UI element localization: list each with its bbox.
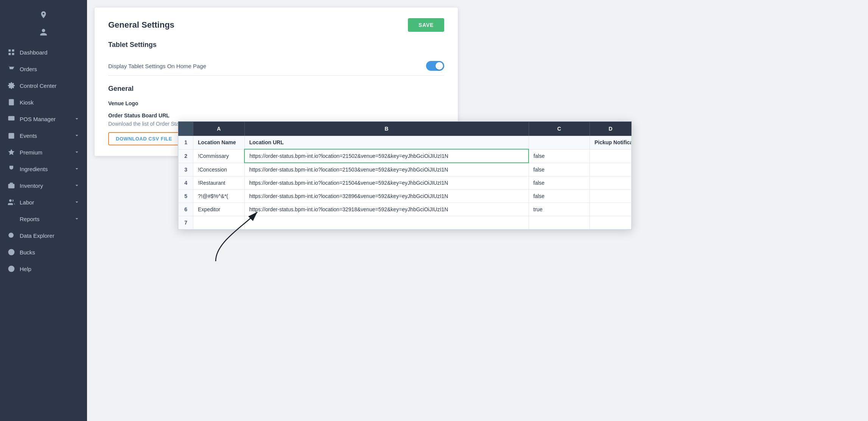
cell-7b[interactable] bbox=[244, 216, 529, 229]
save-button[interactable]: SAVE bbox=[408, 18, 444, 32]
svg-rect-5 bbox=[8, 116, 15, 121]
tablet-toggle[interactable] bbox=[426, 61, 444, 71]
cell-2c[interactable]: false bbox=[529, 149, 590, 163]
sidebar-label-data-explorer: Data Explorer bbox=[20, 232, 54, 239]
sidebar-logo bbox=[0, 6, 87, 23]
ingredients-icon bbox=[8, 165, 15, 173]
cell-3c[interactable]: false bbox=[529, 163, 590, 176]
sidebar-item-inventory[interactable]: Inventory bbox=[0, 177, 87, 194]
sidebar-user-avatar[interactable] bbox=[0, 23, 87, 41]
col-c-header[interactable]: C bbox=[529, 122, 590, 136]
cell-7c[interactable] bbox=[529, 216, 590, 229]
cell-3a[interactable]: !Concession bbox=[193, 163, 245, 176]
col-d-header[interactable]: D bbox=[590, 122, 632, 136]
svg-point-12 bbox=[9, 200, 12, 202]
settings-header: General Settings SAVE bbox=[108, 18, 444, 32]
sidebar-item-labor[interactable]: Labor bbox=[0, 194, 87, 210]
spreadsheet-overlay: A B C D 1 Location Name Location URL Pic… bbox=[178, 121, 632, 230]
sidebar-item-kiosk[interactable]: Kiosk bbox=[0, 94, 87, 111]
row-number: 3 bbox=[179, 163, 193, 176]
kiosk-icon bbox=[8, 98, 15, 106]
sidebar-item-pos-manager[interactable]: POS Manager bbox=[0, 111, 87, 127]
cell-4c[interactable]: false bbox=[529, 176, 590, 190]
svg-line-17 bbox=[13, 237, 14, 239]
cell-3b[interactable]: https://order-status.bpm-int.io?location… bbox=[244, 163, 529, 176]
col-a-header[interactable]: A bbox=[193, 122, 245, 136]
cell-2d[interactable] bbox=[590, 149, 632, 163]
user-icon bbox=[39, 28, 48, 36]
sidebar-item-control-center[interactable]: Control Center bbox=[0, 77, 87, 94]
cell-5a[interactable]: ?!@#$%^&*( bbox=[193, 190, 245, 203]
table-row: 1 Location Name Location URL Pickup Noti… bbox=[179, 136, 632, 150]
cell-2b[interactable]: https://order-status.bpm-int.io?location… bbox=[244, 149, 529, 163]
chevron-down-icon bbox=[74, 183, 79, 188]
cell-5d[interactable] bbox=[590, 190, 632, 203]
cell-5b[interactable]: https://order-status.bpm-int.io?location… bbox=[244, 190, 529, 203]
corner-header bbox=[179, 122, 193, 136]
order-status-label: Order Status Board URL bbox=[108, 112, 444, 119]
cell-1b[interactable]: Location URL bbox=[244, 136, 529, 150]
sidebar-item-reports[interactable]: Reports bbox=[0, 210, 87, 227]
sidebar-item-premium[interactable]: Premium bbox=[0, 144, 87, 161]
cell-4b[interactable]: https://order-status.bpm-int.io?location… bbox=[244, 176, 529, 190]
sidebar-item-ingredients[interactable]: Ingredients bbox=[0, 161, 87, 177]
cell-7a[interactable] bbox=[193, 216, 245, 229]
col-b-header[interactable]: B bbox=[244, 122, 529, 136]
sidebar-item-bucks[interactable]: Bucks bbox=[0, 244, 87, 260]
svg-point-18 bbox=[8, 249, 15, 256]
table-row: 6 Expeditor https://order-status.bpm-int… bbox=[179, 203, 632, 216]
cell-1c[interactable] bbox=[529, 136, 590, 150]
row-number: 6 bbox=[179, 203, 193, 216]
table-row: 5 ?!@#$%^&*( https://order-status.bpm-in… bbox=[179, 190, 632, 203]
cell-4a[interactable]: !Restaurant bbox=[193, 176, 245, 190]
sidebar-label-reports: Reports bbox=[20, 216, 40, 222]
cell-6c[interactable]: true bbox=[529, 203, 590, 216]
page-title: General Settings bbox=[108, 20, 174, 30]
chevron-down-icon bbox=[74, 216, 79, 221]
table-row: 4 !Restaurant https://order-status.bpm-i… bbox=[179, 176, 632, 190]
sidebar-label-events: Events bbox=[20, 133, 37, 139]
cell-3d[interactable] bbox=[590, 163, 632, 176]
download-csv-button[interactable]: DOWNLOAD CSV FILE bbox=[108, 132, 180, 145]
sidebar-label-help: Help bbox=[20, 266, 31, 272]
cell-6d[interactable] bbox=[590, 203, 632, 216]
svg-rect-1 bbox=[9, 99, 14, 106]
orders-icon bbox=[8, 65, 15, 73]
cell-6a[interactable]: Expeditor bbox=[193, 203, 245, 216]
bucks-icon bbox=[8, 248, 15, 256]
table-row: 7 bbox=[179, 216, 632, 229]
cell-1a[interactable]: Location Name bbox=[193, 136, 245, 150]
reports-icon bbox=[8, 215, 15, 223]
cell-7d[interactable] bbox=[590, 216, 632, 229]
sidebar-item-data-explorer[interactable]: Data Explorer bbox=[0, 227, 87, 244]
sidebar-item-help[interactable]: Help bbox=[0, 260, 87, 277]
cell-5c[interactable]: false bbox=[529, 190, 590, 203]
csv-table: A B C D 1 Location Name Location URL Pic… bbox=[178, 122, 632, 229]
tablet-section-title: Tablet Settings bbox=[108, 41, 444, 49]
sidebar-item-orders[interactable]: Orders bbox=[0, 61, 87, 77]
sidebar-label-kiosk: Kiosk bbox=[20, 99, 34, 106]
sidebar-label-bucks: Bucks bbox=[20, 249, 35, 256]
row-number: 5 bbox=[179, 190, 193, 203]
svg-rect-11 bbox=[8, 184, 15, 189]
data-icon bbox=[8, 232, 15, 239]
sidebar-item-dashboard[interactable]: Dashboard bbox=[0, 44, 87, 61]
svg-rect-6 bbox=[9, 133, 14, 139]
row-number: 2 bbox=[179, 149, 193, 163]
premium-icon bbox=[8, 148, 15, 156]
sidebar-item-events[interactable]: Events bbox=[0, 127, 87, 144]
svg-point-16 bbox=[9, 233, 14, 238]
cell-1d[interactable]: Pickup Notifications Enabled bbox=[590, 136, 632, 150]
main-content: General Settings SAVE Tablet Settings Di… bbox=[87, 0, 868, 421]
sidebar-label-pos-manager: POS Manager bbox=[20, 116, 56, 122]
sidebar: Dashboard Orders Control Center Kiosk PO… bbox=[0, 0, 87, 421]
cell-4d[interactable] bbox=[590, 176, 632, 190]
tablet-toggle-label: Display Tablet Settings On Home Page bbox=[108, 63, 206, 69]
cell-6b[interactable]: https://order-status.bpm-int.io?location… bbox=[244, 203, 529, 216]
chevron-down-icon bbox=[74, 166, 79, 172]
cell-2a[interactable]: !Commissary bbox=[193, 149, 245, 163]
control-icon bbox=[8, 82, 15, 89]
sidebar-nav: Dashboard Orders Control Center Kiosk PO… bbox=[0, 44, 87, 277]
inventory-icon bbox=[8, 182, 15, 189]
grid-icon bbox=[8, 48, 15, 56]
